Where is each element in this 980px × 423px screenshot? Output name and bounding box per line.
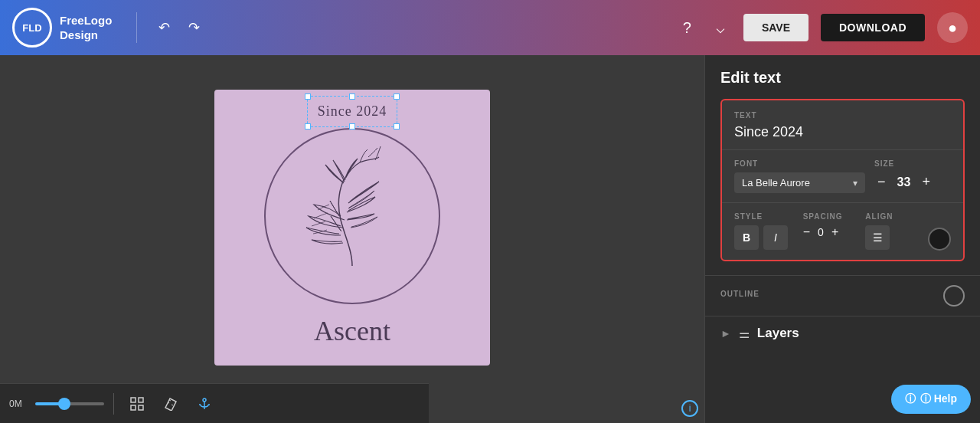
spacing-increase-button[interactable]: + xyxy=(831,225,838,239)
svg-rect-2 xyxy=(131,405,136,410)
ruler-icon xyxy=(164,397,178,411)
size-section: SIZE − 33 + xyxy=(874,159,951,193)
info-button[interactable]: i xyxy=(681,400,698,417)
svg-point-7 xyxy=(203,398,206,402)
help-circle-icon: ⓘ xyxy=(905,392,916,406)
spacing-section: SPACING − 0 + xyxy=(803,212,866,251)
main-content: Since 2024 xyxy=(0,55,980,423)
font-name: La Belle Aurore xyxy=(742,177,810,189)
style-section: STYLE B I xyxy=(734,212,797,251)
since-text-element[interactable]: Since 2024 xyxy=(318,103,387,120)
handle-bot-right[interactable] xyxy=(394,123,400,130)
spacing-value: 0 xyxy=(815,226,827,238)
size-decrease-button[interactable]: − xyxy=(874,172,889,192)
header: FLD FreeLogo Design ↶ ↷ ? ⌵ SAVE DOWNLOA… xyxy=(0,0,980,55)
outline-label: OUTLINE xyxy=(720,290,760,298)
style-spacing-align-row: STYLE B I SPACING − 0 + xyxy=(722,203,963,260)
logo-text: FreeLogo Design xyxy=(60,13,112,43)
undo-redo-group: ↶ ↷ xyxy=(152,16,206,39)
font-dropdown[interactable]: La Belle Aurore ▾ xyxy=(734,172,865,193)
canvas-area[interactable]: Since 2024 xyxy=(0,55,704,423)
save-button[interactable]: SAVE xyxy=(743,14,808,41)
handle-top-right[interactable] xyxy=(394,93,400,100)
right-panel: Edit text TEXT Since 2024 FONT La Belle … xyxy=(704,55,980,423)
share-button[interactable]: ⌵ xyxy=(710,15,731,40)
size-increase-button[interactable]: + xyxy=(920,172,934,192)
header-actions: ? ⌵ SAVE DOWNLOAD ● xyxy=(677,12,968,43)
align-buttons: ☰ xyxy=(865,225,928,250)
circle-illustration xyxy=(264,128,440,304)
undo-button[interactable]: ↶ xyxy=(152,16,176,39)
style-label: STYLE xyxy=(734,212,797,221)
logo-canvas: Since 2024 xyxy=(214,90,490,366)
logo-icon: FLD xyxy=(12,8,52,48)
align-section: ALIGN ☰ xyxy=(865,212,928,251)
zoom-label: 0M xyxy=(9,398,31,409)
handle-top-left[interactable] xyxy=(305,93,311,100)
edit-text-section: Edit text TEXT Since 2024 FONT La Belle … xyxy=(705,55,980,275)
size-value: 33 xyxy=(895,175,913,189)
font-label: FONT xyxy=(734,159,865,168)
grid-icon xyxy=(130,397,144,411)
handle-bot-mid[interactable] xyxy=(349,123,355,130)
redo-button[interactable]: ↷ xyxy=(182,16,206,39)
bold-button[interactable]: B xyxy=(734,225,759,250)
download-button[interactable]: DOWNLOAD xyxy=(821,14,925,41)
align-left-button[interactable]: ☰ xyxy=(865,225,890,250)
layers-section[interactable]: ► ⚌ Layers xyxy=(705,316,980,350)
align-label: ALIGN xyxy=(865,212,928,221)
layers-stack-icon: ⚌ xyxy=(739,326,750,341)
panel-title: Edit text xyxy=(720,69,965,87)
italic-button[interactable]: I xyxy=(763,225,788,250)
anchor-icon xyxy=(198,397,211,411)
size-label: SIZE xyxy=(874,159,951,168)
ruler-button[interactable] xyxy=(157,390,185,418)
size-control: − 33 + xyxy=(874,172,951,192)
outline-header: OUTLINE xyxy=(720,285,965,307)
zoom-slider[interactable] xyxy=(35,402,104,405)
help-button[interactable]: ⓘ ⓘ Help xyxy=(891,385,971,414)
selection-box xyxy=(307,96,398,127)
text-field-value[interactable]: Since 2024 xyxy=(734,124,951,140)
svg-rect-1 xyxy=(139,398,143,402)
outline-section: OUTLINE xyxy=(705,275,980,316)
layers-label: Layers xyxy=(757,326,799,341)
layers-chevron-icon[interactable]: ► xyxy=(720,327,731,339)
anchor-button[interactable] xyxy=(191,390,218,418)
text-field-label: TEXT xyxy=(734,111,951,120)
header-divider xyxy=(136,12,137,43)
ascent-text-label[interactable]: Ascent xyxy=(314,315,390,347)
spacing-control: − 0 + xyxy=(803,225,866,239)
toolbar-separator-1 xyxy=(113,393,114,415)
font-size-row: FONT La Belle Aurore ▾ SIZE − 33 + xyxy=(722,150,963,203)
spacing-decrease-button[interactable]: − xyxy=(803,225,810,239)
edit-text-card: TEXT Since 2024 FONT La Belle Aurore ▾ S… xyxy=(720,99,965,261)
font-section: FONT La Belle Aurore ▾ xyxy=(734,159,865,193)
help-label: ⓘ Help xyxy=(920,392,957,406)
outline-preview[interactable] xyxy=(943,285,965,307)
grid-button[interactable] xyxy=(123,390,151,418)
svg-rect-3 xyxy=(139,405,143,410)
chevron-down-icon: ▾ xyxy=(853,178,858,189)
svg-rect-0 xyxy=(131,398,136,402)
bottom-toolbar: 0M xyxy=(0,383,429,423)
text-field-section: TEXT Since 2024 xyxy=(722,100,963,150)
handle-bot-left[interactable] xyxy=(305,123,311,130)
svg-line-6 xyxy=(172,405,173,405)
user-avatar-button[interactable]: ● xyxy=(937,12,968,43)
style-buttons: B I xyxy=(734,225,797,250)
text-color-swatch[interactable] xyxy=(928,228,951,251)
logo-area: FLD FreeLogo Design xyxy=(12,8,112,48)
botanical-svg xyxy=(279,143,425,289)
zoom-control: 0M xyxy=(9,398,104,409)
help-icon-button[interactable]: ? xyxy=(677,16,697,40)
spacing-label: SPACING xyxy=(803,212,866,221)
handle-top-mid[interactable] xyxy=(349,93,355,100)
